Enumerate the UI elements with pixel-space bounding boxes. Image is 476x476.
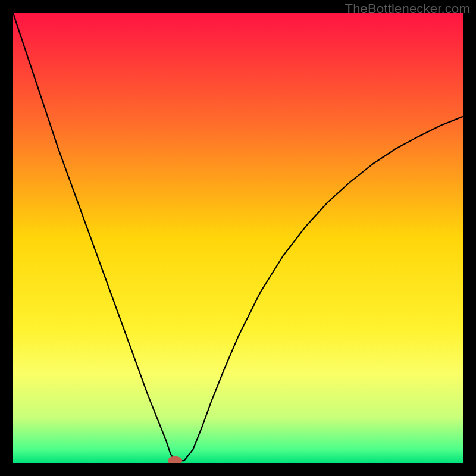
chart-frame: TheBottlenecker.com [0,0,476,476]
bottleneck-chart [13,13,463,463]
watermark-label: TheBottlenecker.com [345,1,470,17]
gradient-background [13,13,463,463]
